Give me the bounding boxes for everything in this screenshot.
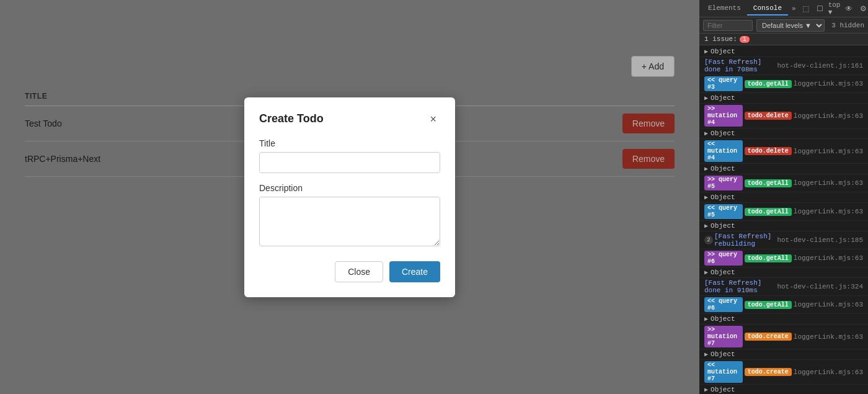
- tag-query: << query #3: [704, 76, 743, 91]
- log-link: hot-dev-client.js:185: [777, 236, 863, 244]
- expand-icon: ▶: [704, 386, 708, 393]
- expand-icon: ▶: [704, 269, 708, 276]
- log-entry[interactable]: >> query #5 todo.getAll loggerLink.mjs:6…: [699, 174, 868, 192]
- title-label: Title: [259, 138, 440, 148]
- issues-label: 1 issue:: [704, 35, 737, 43]
- log-entry[interactable]: ▶ Object: [699, 385, 868, 394]
- tag-mutation: >> mutation #4: [704, 105, 743, 127]
- devtools-icon-gear[interactable]: ⚙: [857, 3, 868, 14]
- hidden-count: 3 hidden: [831, 22, 864, 29]
- devtools-icons: ⬚ ☐ top ▼ 👁 ⚙ ✕: [800, 1, 868, 16]
- log-entry[interactable]: ▶ Object: [699, 267, 868, 278]
- description-textarea[interactable]: [259, 197, 440, 246]
- devtools-icon-cursor[interactable]: ⬚: [800, 3, 812, 14]
- log-link: loggerLink.mjs:63: [794, 333, 863, 341]
- devtools-icon-eye[interactable]: 👁: [843, 3, 855, 14]
- modal-overlay: Create Todo × Title Description Close Cr…: [0, 0, 699, 394]
- tag-mutation: >> mutation #7: [704, 326, 743, 347]
- log-text: Object: [711, 222, 735, 230]
- tab-more[interactable]: »: [788, 2, 800, 15]
- log-entry[interactable]: ▶ Object: [699, 93, 868, 104]
- log-text: Object: [711, 194, 735, 201]
- log-entry[interactable]: << query #6 todo.getAll loggerLink.mjs:6…: [699, 296, 868, 314]
- tag-getall: todo.getAll: [745, 179, 792, 187]
- log-text: Object: [711, 165, 735, 172]
- log-link: loggerLink.mjs:63: [794, 179, 863, 187]
- log-refresh-text: [Fast Refresh] done in 708ms: [704, 58, 777, 73]
- create-button[interactable]: Create: [389, 261, 440, 282]
- log-entry[interactable]: ▶ Object: [699, 314, 868, 325]
- tag-delete: todo.delete: [745, 147, 792, 155]
- log-entry[interactable]: >> mutation #4 todo.delete loggerLink.mj…: [699, 104, 868, 128]
- main-app-area: + Add TITLE Test Todo Remove tRPC+Prisma…: [0, 0, 699, 394]
- log-link: loggerLink.mjs:63: [794, 148, 863, 155]
- tag-getall: todo.getAll: [745, 301, 792, 309]
- devtools-issues-bar: 1 issue: 1: [699, 34, 868, 45]
- tag-mutation: >> query #5: [704, 176, 743, 190]
- log-entry[interactable]: ▶ Object: [699, 164, 868, 174]
- expand-icon: ▶: [704, 194, 708, 201]
- log-text: Object: [711, 386, 735, 393]
- log-link: loggerLink.mjs:63: [794, 369, 863, 376]
- tab-elements[interactable]: Elements: [702, 2, 747, 16]
- log-text: Object: [711, 315, 735, 323]
- log-entry[interactable]: >> mutation #7 todo.create loggerLink.mj…: [699, 325, 868, 349]
- log-link: loggerLink.mjs:63: [794, 112, 863, 120]
- devtools-tabs: Elements Console » ⬚ ☐ top ▼ 👁 ⚙ ✕: [699, 0, 868, 17]
- log-link: hot-dev-client.js:324: [777, 283, 863, 290]
- expand-icon: ▶: [704, 351, 708, 358]
- tag-getall: todo.getAll: [745, 208, 792, 216]
- tab-console[interactable]: Console: [747, 2, 788, 16]
- devtools-log[interactable]: ▶ Object [Fast Refresh] done in 708ms ho…: [699, 45, 868, 394]
- devtools-toolbar: Default levels ▼ 3 hidden: [699, 17, 868, 34]
- log-text: Object: [711, 351, 735, 358]
- title-input[interactable]: [259, 152, 440, 173]
- log-entry[interactable]: [Fast Refresh] done in 708ms hot-dev-cli…: [699, 57, 868, 75]
- devtools-top-label: top ▼: [828, 1, 841, 16]
- log-entry[interactable]: ▶ Object: [699, 128, 868, 139]
- log-entry[interactable]: << query #3 todo.getAll loggerLink.mjs:6…: [699, 75, 868, 93]
- title-form-group: Title: [259, 138, 440, 173]
- tag-create: todo.create: [745, 333, 792, 341]
- devtools-icon-phone[interactable]: ☐: [814, 3, 826, 14]
- devtools-panel: Elements Console » ⬚ ☐ top ▼ 👁 ⚙ ✕ Defau…: [699, 0, 868, 394]
- modal-actions: Close Create: [259, 261, 440, 282]
- log-entry[interactable]: [Fast Refresh] done in 910ms hot-dev-cli…: [699, 278, 868, 296]
- log-text: Object: [711, 269, 735, 276]
- log-entry[interactable]: ▶ Object: [699, 221, 868, 231]
- log-badge: 2: [704, 236, 713, 244]
- tag-query: << query #5: [704, 204, 743, 219]
- description-label: Description: [259, 183, 440, 193]
- log-entry[interactable]: << query #5 todo.getAll loggerLink.mjs:6…: [699, 203, 868, 221]
- console-filter-input[interactable]: [703, 20, 753, 31]
- log-entry[interactable]: ▶ Object: [699, 349, 868, 360]
- log-link: loggerLink.mjs:63: [794, 301, 863, 308]
- log-text: Object: [711, 48, 735, 55]
- expand-icon: ▶: [704, 222, 708, 230]
- log-entry[interactable]: >> query #6 todo.getAll loggerLink.mjs:6…: [699, 249, 868, 267]
- description-form-group: Description: [259, 183, 440, 249]
- issues-badge: 1: [740, 36, 750, 43]
- tag-getall: todo.getAll: [745, 254, 792, 262]
- close-button[interactable]: Close: [335, 261, 383, 282]
- log-entry[interactable]: << mutation #4 todo.delete loggerLink.mj…: [699, 139, 868, 164]
- log-text: Object: [711, 94, 735, 102]
- expand-icon: ▶: [704, 94, 708, 102]
- expand-icon: ▶: [704, 315, 708, 323]
- log-link: loggerLink.mjs:63: [794, 254, 863, 262]
- expand-icon: ▶: [704, 48, 708, 55]
- console-level-select[interactable]: Default levels ▼: [756, 19, 825, 32]
- log-entry[interactable]: ▶ Object: [699, 47, 868, 57]
- log-entry[interactable]: 2 [Fast Refresh] rebuilding hot-dev-clie…: [699, 231, 868, 249]
- log-entry[interactable]: ▶ Object: [699, 192, 868, 203]
- log-link: loggerLink.mjs:63: [794, 80, 863, 87]
- log-entry[interactable]: << mutation #7 todo.create loggerLink.mj…: [699, 360, 868, 385]
- modal-title: Create Todo: [259, 112, 324, 125]
- log-link: loggerLink.mjs:63: [794, 208, 863, 215]
- log-link: hot-dev-client.js:161: [777, 62, 863, 69]
- modal-close-button[interactable]: ×: [426, 112, 440, 126]
- create-todo-modal: Create Todo × Title Description Close Cr…: [244, 97, 455, 297]
- log-text: Object: [711, 130, 735, 137]
- tag-query: << mutation #7: [704, 361, 743, 383]
- tag-delete: todo.delete: [745, 112, 792, 120]
